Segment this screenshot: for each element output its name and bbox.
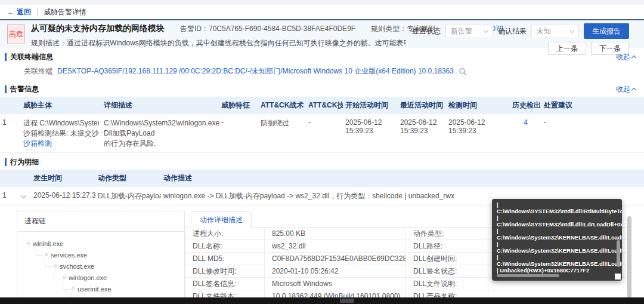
col-header: 开始活动时间	[343, 97, 398, 114]
col-header: 详细描述	[101, 97, 219, 114]
node-circle-icon	[27, 242, 30, 245]
row-index: 1	[0, 187, 17, 206]
alert-info-table: 威胁主体 详细描述 威胁特征 ATT&CK战术 ATT&CK技术 开始活动时间 …	[0, 97, 644, 153]
dispose-status-label: 处置状态	[412, 26, 441, 36]
col-header: 处置建议	[541, 97, 644, 114]
history-count-cell: 4	[510, 114, 541, 153]
process-node[interactable]: svchost.exe	[45, 260, 184, 272]
sandbox-detect-link[interactable]: 沙箱检测	[23, 139, 52, 148]
detail-label: DLL创建时间:	[406, 253, 488, 265]
nav-divider	[37, 8, 38, 16]
tooltip-vertical-scrollbar[interactable]	[617, 240, 620, 267]
node-circle-icon	[72, 287, 75, 290]
top-navbar: ← 返回 威胁告警详情	[0, 5, 644, 20]
confirm-result-label: 确认结果	[498, 26, 527, 36]
node-circle-icon	[45, 253, 48, 256]
behavior-section-title: 行为明细	[10, 157, 39, 167]
bottom-scrollbar-thumb[interactable]	[340, 299, 354, 303]
alert-summary-box: 高危 从可疑的未支持内存加载的网络模块 告警ID：70C5A765-F690-4…	[0, 20, 644, 48]
detail-label: 动作类型:	[406, 228, 488, 240]
process-chain-panel: 进程链 wininit.exe services.exe svchost.exe…	[17, 211, 185, 304]
alert-info-section-title: 告警信息	[10, 84, 39, 94]
detail-label: 进程大小:	[185, 228, 265, 240]
page-title: 威胁告警详情	[44, 7, 86, 17]
section-marker	[5, 158, 7, 166]
process-node[interactable]: wininit.exe	[27, 238, 184, 249]
rule-description: 规则描述：通过进程标识Windows网络模块的负载，其中创建线程栈包含指向任何已…	[31, 38, 406, 48]
detail-value: ws2_32.dll	[265, 240, 406, 253]
tooltip-scrollbar-corner	[615, 274, 621, 280]
section-marker	[5, 53, 7, 61]
detail-label: DLL签名信息:	[185, 278, 265, 290]
attck-technique-cell: -	[306, 114, 343, 153]
chevron-up-icon	[631, 87, 636, 92]
start-time-cell: 2025-06-12 15:39:23	[343, 114, 398, 153]
threat-feature-cell: -	[219, 114, 258, 153]
col-header: 检测时间	[446, 97, 510, 114]
terminal-section-title: 关联终端信息	[10, 52, 53, 62]
generate-report-button[interactable]: 生成报告	[584, 23, 629, 39]
chevron-down-icon	[569, 27, 574, 32]
process-node[interactable]: userinit.exe	[63, 283, 184, 294]
terminal-section-header: 关联终端信息 收起	[0, 48, 644, 65]
detail-label: DLL文件说明:	[406, 278, 488, 290]
tooltip-horizontal-scrollbar[interactable]	[497, 274, 559, 277]
search-icon[interactable]	[459, 67, 467, 76]
tab-action-detail[interactable]: 动作详细描述	[191, 211, 252, 229]
tree-connector	[45, 259, 52, 267]
collapse-alert-info-link[interactable]: 收起	[616, 84, 636, 94]
back-button[interactable]: ← 返回	[7, 7, 31, 17]
process-node[interactable]: services.exe	[36, 249, 184, 260]
previous-button[interactable]: 上一条	[548, 42, 586, 55]
col-header: 发生时间	[31, 170, 95, 187]
back-arrow-icon: ←	[7, 8, 14, 16]
alert-title: 从可疑的未支持内存加载的网络模块	[31, 23, 165, 34]
col-header: 历史检出次数	[510, 97, 541, 114]
panel-vertical-scrollbar[interactable]	[627, 216, 631, 300]
suggestion-cell: -	[541, 114, 644, 153]
row-index: 1	[0, 114, 21, 153]
col-header: 动作描述	[161, 170, 644, 187]
attck-tactic-cell: 防御绕过	[258, 114, 306, 153]
call-stack-tooltip: | C:\Windows\SYSTEM32\ntdll.dll!RtlMulti…	[492, 199, 622, 281]
history-count-link[interactable]: 4	[524, 118, 528, 127]
threat-subject-cell: 进程 C:\Windows\System32\winlo... 沙箱检测结果: …	[21, 114, 101, 153]
dispose-status-select[interactable]: 新告警	[445, 24, 493, 38]
detail-desc-cell: C:\Windows\System32\winlogon.exe Dll加载Pa…	[101, 114, 219, 153]
detail-value: 2020-01-10 05:26:42	[265, 265, 406, 278]
node-circle-icon	[63, 276, 66, 279]
expand-row-chevron-icon[interactable]	[21, 193, 27, 199]
bottom-dark-bar	[0, 297, 644, 304]
process-chain-title: 进程链	[17, 211, 184, 232]
process-node[interactable]: winlogon.exe	[54, 272, 184, 283]
node-circle-icon	[54, 265, 57, 268]
detect-time-cell: 2025-06-12 15:39:23	[446, 114, 510, 153]
chevron-up-icon	[631, 55, 636, 60]
alert-id: 告警ID：70C5A765-F690-4584-BC5D-38FAE4F0DE9…	[180, 24, 355, 34]
detail-value: Microsoft Windows	[265, 278, 406, 290]
action-type-cell: DLL加载-内存payload	[95, 187, 161, 206]
behavior-section-header: 行为明细	[0, 153, 644, 170]
severity-badge: 高危	[7, 24, 25, 44]
col-header: 动作类型	[95, 170, 161, 187]
alert-info-section-header: 告警信息 收起	[0, 80, 644, 97]
tree-connector	[54, 271, 61, 278]
confirm-result-select[interactable]: 未知	[531, 24, 579, 38]
detail-value: C0F8DA7568D2F1534E0ABB0E69DC3280	[265, 253, 406, 265]
col-header: ATT&CK技术	[306, 97, 343, 114]
terminal-info-link[interactable]: DESKTOP-AQ365IF/192.168.111.129 /00:0C:2…	[57, 66, 454, 76]
col-header: 最近活动时间	[398, 97, 446, 114]
detail-label: DLL签名状态:	[406, 265, 488, 278]
collapse-terminal-link[interactable]: 收起	[616, 52, 636, 62]
detail-label: DLL路径:	[406, 240, 488, 253]
terminal-label: 关联终端	[24, 66, 52, 76]
detail-label: DLL名称:	[185, 240, 265, 253]
last-time-cell: 2025-06-12 15:39:23	[398, 114, 446, 153]
detail-label: DLL修改时间:	[185, 265, 265, 278]
process-tree: wininit.exe services.exe svchost.exe win…	[17, 232, 184, 304]
detail-value: 825.00 KB	[265, 228, 406, 240]
detail-label: DLL MD5:	[185, 253, 265, 265]
occur-time-cell: 2025-06-12 15:27:35	[31, 187, 95, 206]
tree-connector	[36, 248, 43, 256]
col-header: ATT&CK战术	[258, 97, 306, 114]
